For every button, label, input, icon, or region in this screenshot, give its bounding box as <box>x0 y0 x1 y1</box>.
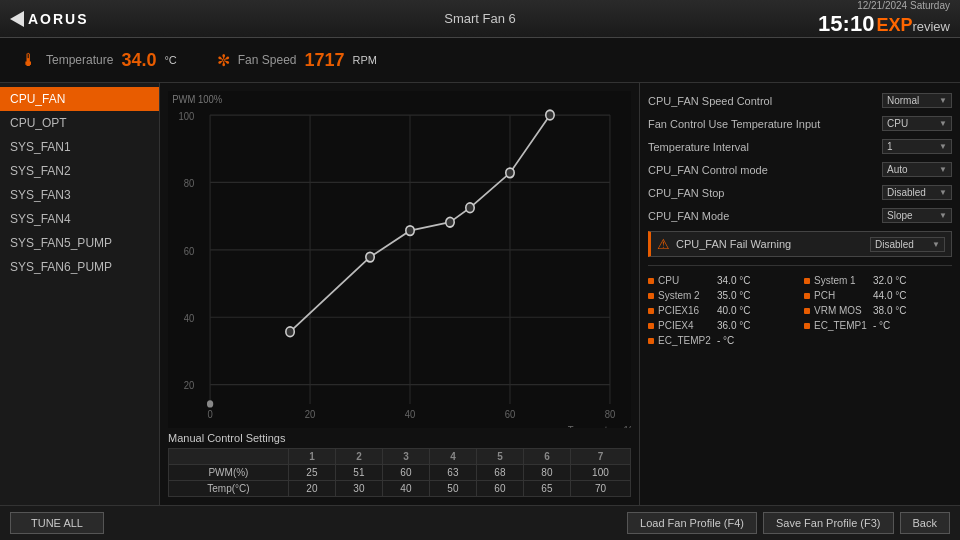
settings-cell-0-6[interactable]: 100 <box>570 465 630 481</box>
svg-text:60: 60 <box>505 409 516 421</box>
sensor-value: 40.0 °C <box>717 305 750 316</box>
back-button[interactable]: Back <box>900 512 950 534</box>
temp-label: Temperature <box>46 53 113 67</box>
manual-settings-table: 1 2 3 4 5 6 7 PWM(%)255160636880100Temp(… <box>168 448 631 497</box>
fail-warning-row: ⚠ CPU_FAN Fail Warning Disabled ▼ <box>648 231 952 257</box>
sidebar-item-sys-fan6-pump[interactable]: SYS_FAN6_PUMP <box>0 255 159 279</box>
manual-settings-title: Manual Control Settings <box>168 432 631 444</box>
svg-point-25 <box>406 226 414 236</box>
sensor-row-vrm-mos: VRM MOS 38.0 °C <box>804 304 952 317</box>
sidebar-item-cpu-fan[interactable]: CPU_FAN <box>0 87 159 111</box>
fan-stop-label: CPU_FAN Stop <box>648 187 882 199</box>
save-fan-profile-button[interactable]: Save Fan Profile (F3) <box>763 512 894 534</box>
settings-cell-1-5[interactable]: 65 <box>523 481 570 497</box>
logo: AORUS <box>10 11 89 27</box>
settings-cell-1-4[interactable]: 60 <box>476 481 523 497</box>
fail-warning-label: CPU_FAN Fail Warning <box>676 238 864 250</box>
fan-speed-display: ✼ Fan Speed 1717 RPM <box>217 50 377 71</box>
svg-text:Temperature 100°C: Temperature 100°C <box>568 424 631 428</box>
col-7: 7 <box>570 449 630 465</box>
svg-text:80: 80 <box>605 409 616 421</box>
svg-point-28 <box>506 168 514 178</box>
tune-all-button[interactable]: TUNE ALL <box>10 512 104 534</box>
sensor-row-pciex16: PCIEX16 40.0 °C <box>648 304 796 317</box>
svg-point-23 <box>286 327 294 337</box>
sidebar-item-cpu-opt[interactable]: CPU_OPT <box>0 111 159 135</box>
settings-cell-0-2[interactable]: 60 <box>382 465 429 481</box>
sidebar-item-sys-fan2[interactable]: SYS_FAN2 <box>0 159 159 183</box>
chart-area: PWM 100% 100 80 60 40 20 <box>160 83 640 505</box>
fan-value: 1717 <box>304 50 344 71</box>
fail-warning-dropdown[interactable]: Disabled ▼ <box>870 237 945 252</box>
sidebar-item-sys-fan5-pump[interactable]: SYS_FAN5_PUMP <box>0 231 159 255</box>
settings-cell-1-3[interactable]: 50 <box>429 481 476 497</box>
svg-point-30 <box>207 400 213 407</box>
header: AORUS Smart Fan 6 12/21/2024 Saturday 15… <box>0 0 960 38</box>
col-6: 6 <box>523 449 570 465</box>
sensor-dot-icon <box>648 308 654 314</box>
settings-cell-0-1[interactable]: 51 <box>335 465 382 481</box>
col-1: 1 <box>288 449 335 465</box>
fan-mode-row: CPU_FAN Mode Slope ▼ <box>648 206 952 225</box>
fan-mode-label: CPU_FAN Mode <box>648 210 882 222</box>
svg-text:20: 20 <box>305 409 316 421</box>
svg-text:100: 100 <box>179 110 195 122</box>
settings-cell-1-6[interactable]: 70 <box>570 481 630 497</box>
sidebar-item-sys-fan1[interactable]: SYS_FAN1 <box>0 135 159 159</box>
settings-cell-1-0[interactable]: 20 <box>288 481 335 497</box>
settings-cell-0-4[interactable]: 68 <box>476 465 523 481</box>
sensor-value: 44.0 °C <box>873 290 906 301</box>
thermometer-icon: 🌡 <box>20 50 38 71</box>
sensor-name: PCIEX4 <box>658 320 713 331</box>
bottom-bar: TUNE ALL Load Fan Profile (F4) Save Fan … <box>0 505 960 540</box>
time-display: 15:10 <box>818 11 874 37</box>
manual-settings: Manual Control Settings 1 2 3 4 5 6 7 P <box>168 432 631 497</box>
sensor-value: 32.0 °C <box>873 275 906 286</box>
temperature-display: 🌡 Temperature 34.0 °C <box>20 50 177 71</box>
fan-mode-dropdown[interactable]: Slope ▼ <box>882 208 952 223</box>
sensor-row-ec_temp1: EC_TEMP1 - °C <box>804 319 952 332</box>
speed-control-row: CPU_FAN Speed Control Normal ▼ <box>648 91 952 110</box>
control-mode-dropdown[interactable]: Auto ▼ <box>882 162 952 177</box>
fan-sidebar: CPU_FANCPU_OPTSYS_FAN1SYS_FAN2SYS_FAN3SY… <box>0 83 160 505</box>
fan-curve-chart: PWM 100% 100 80 60 40 20 <box>168 91 631 428</box>
sensor-dot-icon <box>804 278 810 284</box>
sensor-row-system-1: System 1 32.0 °C <box>804 274 952 287</box>
control-mode-row: CPU_FAN Control mode Auto ▼ <box>648 160 952 179</box>
temp-interval-dropdown[interactable]: 1 ▼ <box>882 139 952 154</box>
fan-stop-dropdown[interactable]: Disabled ▼ <box>882 185 952 200</box>
fan-stop-row: CPU_FAN Stop Disabled ▼ <box>648 183 952 202</box>
sensor-row-ec_temp2: EC_TEMP2 - °C <box>648 334 796 347</box>
review-label: review <box>912 19 950 34</box>
sensor-name: PCIEX16 <box>658 305 713 316</box>
settings-cell-1-1[interactable]: 30 <box>335 481 382 497</box>
sensor-name: VRM MOS <box>814 305 869 316</box>
chevron-down-icon: ▼ <box>939 96 947 105</box>
settings-cell-0-3[interactable]: 63 <box>429 465 476 481</box>
sensor-value: - °C <box>873 320 890 331</box>
sensor-value: 35.0 °C <box>717 290 750 301</box>
svg-text:80: 80 <box>184 178 195 190</box>
bottom-right-buttons: Load Fan Profile (F4) Save Fan Profile (… <box>627 512 950 534</box>
temp-input-dropdown[interactable]: CPU ▼ <box>882 116 952 131</box>
svg-point-29 <box>546 110 554 120</box>
settings-cell-0-5[interactable]: 80 <box>523 465 570 481</box>
speed-control-label: CPU_FAN Speed Control <box>648 95 882 107</box>
sidebar-item-sys-fan3[interactable]: SYS_FAN3 <box>0 183 159 207</box>
col-4: 4 <box>429 449 476 465</box>
chevron-down-icon: ▼ <box>939 188 947 197</box>
fan-label: Fan Speed <box>238 53 297 67</box>
settings-cell-1-2[interactable]: 40 <box>382 481 429 497</box>
load-fan-profile-button[interactable]: Load Fan Profile (F4) <box>627 512 757 534</box>
settings-cell-0-0[interactable]: 25 <box>288 465 335 481</box>
control-mode-label: CPU_FAN Control mode <box>648 164 882 176</box>
temp-input-row: Fan Control Use Temperature Input CPU ▼ <box>648 114 952 133</box>
speed-control-dropdown[interactable]: Normal ▼ <box>882 93 952 108</box>
sensor-name: EC_TEMP2 <box>658 335 713 346</box>
sidebar-item-sys-fan4[interactable]: SYS_FAN4 <box>0 207 159 231</box>
settings-row-label-0: PWM(%) <box>169 465 289 481</box>
datetime-display: 12/21/2024 Saturday <box>857 0 950 11</box>
svg-text:0: 0 <box>207 409 213 421</box>
sensor-name: System 1 <box>814 275 869 286</box>
sensor-row-pciex4: PCIEX4 36.0 °C <box>648 319 796 332</box>
